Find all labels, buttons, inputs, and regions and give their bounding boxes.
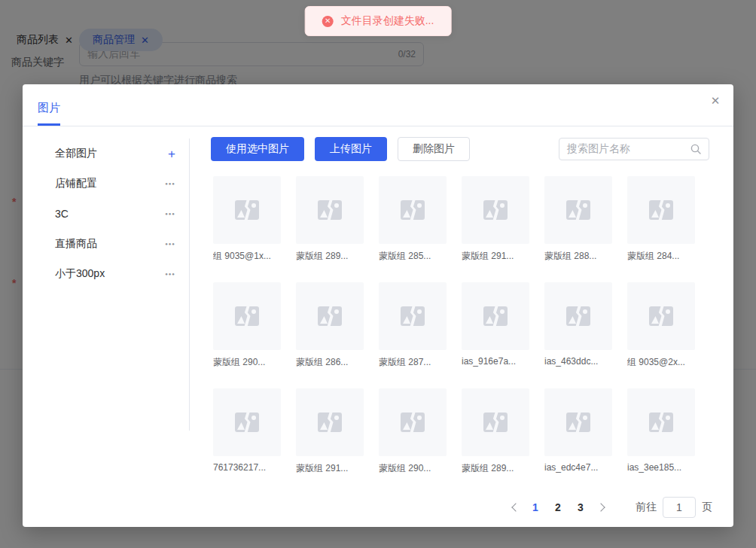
image-name: 蒙版组 290... [213,356,281,369]
image-item[interactable]: 蒙版组 287... [379,282,447,369]
image-item[interactable]: 蒙版组 289... [296,176,364,263]
image-thumbnail[interactable] [462,388,529,456]
broken-image-icon [483,306,508,327]
add-category-icon[interactable]: + [168,148,175,160]
image-item[interactable]: 蒙版组 289... [462,388,529,475]
image-name: ias_463ddc... [544,356,612,367]
image-thumbnail[interactable] [544,388,612,456]
more-options-icon[interactable]: ●●● [165,272,175,276]
image-thumbnail[interactable] [462,282,529,350]
image-item[interactable]: 蒙版组 291... [462,176,529,263]
search-input[interactable]: 搜索图片名称 [559,138,709,160]
broken-image-icon [565,306,591,327]
image-name: ias_916e7a... [462,356,529,367]
image-thumbnail[interactable] [544,282,612,350]
image-thumbnail[interactable] [213,176,281,244]
image-name: 蒙版组 287... [379,356,447,369]
broken-image-icon [483,199,508,221]
broken-image-icon [234,199,260,221]
image-picker-dialog: 图片 ✕ 全部图片 + 店铺配置 ●●● 3C ●●● 直播商品 ●●● 小于3… [23,84,733,527]
image-item[interactable]: ias_edc4e7... [544,388,612,475]
image-grid: 组 9035@1x... 蒙版组 289... 蒙版组 285... [213,176,695,475]
image-thumbnail[interactable] [296,176,364,244]
broken-image-icon [483,412,508,433]
upload-button[interactable]: 上传图片 [315,137,387,161]
image-item[interactable]: 蒙版组 285... [379,176,447,263]
image-thumbnail[interactable] [296,282,364,350]
sidebar-category-item[interactable]: 店铺配置 ●●● [38,169,189,199]
image-name: 蒙版组 285... [379,250,447,263]
sidebar-category-item[interactable]: 全部图片 + [38,139,189,169]
modal-sidebar: 全部图片 + 店铺配置 ●●● 3C ●●● 直播商品 ●●● 小于300px … [38,139,190,431]
image-name: 蒙版组 288... [544,250,612,263]
error-toast: ✕ 文件目录创建失败... [305,6,452,36]
image-thumbnail[interactable] [379,282,447,350]
image-item[interactable]: 蒙版组 284... [627,176,695,263]
sidebar-category-item[interactable]: 直播商品 ●●● [38,229,189,259]
image-name: 组 9035@2x... [627,356,695,369]
image-thumbnail[interactable] [627,388,695,456]
sidebar-category-item[interactable]: 小于300px ●●● [38,259,189,289]
image-item[interactable]: 蒙版组 286... [296,282,364,369]
image-item[interactable]: 蒙版组 290... [379,388,447,475]
image-item[interactable]: ias_3ee185... [627,388,695,475]
image-thumbnail[interactable] [379,176,447,244]
sidebar-category-item[interactable]: 3C ●●● [38,199,189,229]
page-number-3[interactable]: 3 [569,501,592,513]
broken-image-icon [400,199,425,221]
use-selected-button[interactable]: 使用选中图片 [211,137,304,161]
broken-image-icon [648,306,674,327]
broken-image-icon [648,199,674,221]
broken-image-icon [317,306,343,327]
sidebar-item-label: 小于300px [55,267,105,281]
broken-image-icon [400,412,425,433]
image-item[interactable]: 组 9035@2x... [627,282,695,369]
broken-image-icon [565,412,591,433]
page-number-2[interactable]: 2 [547,501,569,513]
image-toolbar: 使用选中图片 上传图片 删除图片 [211,137,470,161]
image-thumbnail[interactable] [296,388,364,456]
sidebar-item-label: 直播商品 [55,237,97,251]
header-divider [23,126,733,126]
image-name: 761736217... [213,462,281,473]
pagination: 123 前往 页 [211,495,712,519]
tab-images[interactable]: 图片 [38,101,60,115]
prev-page-button[interactable] [505,498,524,517]
image-thumbnail[interactable] [213,282,281,350]
next-page-button[interactable] [592,498,611,517]
goto-label: 前往 [636,501,657,514]
image-name: 蒙版组 286... [296,356,364,369]
image-name: 蒙版组 290... [379,462,447,475]
delete-button[interactable]: 删除图片 [398,137,470,161]
page-unit-label: 页 [702,501,712,514]
image-item[interactable]: ias_916e7a... [462,282,529,369]
more-options-icon[interactable]: ●●● [165,242,175,246]
toast-message: 文件目录创建失败... [341,14,434,28]
page-number-1[interactable]: 1 [524,501,547,513]
image-item[interactable]: 蒙版组 290... [213,282,281,369]
close-icon[interactable]: ✕ [706,92,724,110]
image-name: 蒙版组 289... [296,250,364,263]
image-name: 蒙版组 291... [296,462,364,475]
image-thumbnail[interactable] [379,388,447,456]
image-thumbnail[interactable] [213,388,281,456]
image-item[interactable]: 761736217... [213,388,281,475]
broken-image-icon [400,306,425,327]
page-numbers: 123 [524,501,592,513]
sidebar-item-label: 店铺配置 [55,177,97,190]
goto-page-input[interactable] [663,497,696,518]
image-item[interactable]: 蒙版组 291... [296,388,364,475]
image-name: 组 9035@1x... [213,250,281,263]
image-item[interactable]: 蒙版组 288... [544,176,612,263]
image-item[interactable]: 组 9035@1x... [213,176,281,263]
image-item[interactable]: ias_463ddc... [544,282,612,369]
chevron-right-icon [596,503,605,511]
more-options-icon[interactable]: ●●● [165,181,175,186]
image-thumbnail[interactable] [544,176,612,244]
image-thumbnail[interactable] [627,176,695,244]
more-options-icon[interactable]: ●●● [165,212,175,216]
image-thumbnail[interactable] [627,282,695,350]
broken-image-icon [648,412,674,433]
broken-image-icon [234,412,260,433]
image-thumbnail[interactable] [462,176,529,244]
